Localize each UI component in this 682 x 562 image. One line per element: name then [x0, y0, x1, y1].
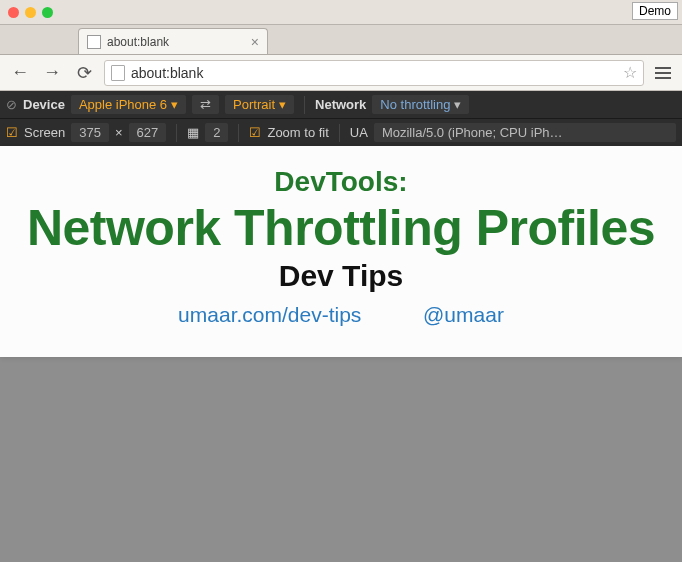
- backdrop: [0, 352, 682, 562]
- screen-height-input[interactable]: 627: [129, 123, 167, 142]
- bookmark-star-icon[interactable]: ☆: [623, 63, 637, 82]
- separator: [238, 124, 239, 142]
- separator: [176, 124, 177, 142]
- overlay-link-site[interactable]: umaar.com/dev-tips: [178, 303, 361, 326]
- zoom-checkbox[interactable]: ☑: [249, 125, 261, 140]
- dpr-input[interactable]: 2: [205, 123, 228, 142]
- page-icon: [111, 65, 125, 81]
- orientation-value: Portrait: [233, 97, 275, 112]
- device-label: Device: [23, 97, 65, 112]
- overlay-links: umaar.com/dev-tips @umaar: [10, 303, 672, 327]
- overlay-link-twitter[interactable]: @umaar: [423, 303, 504, 326]
- demo-badge: Demo: [632, 2, 678, 20]
- chevron-down-icon: ▾: [454, 97, 461, 112]
- minimize-window-button[interactable]: [25, 7, 36, 18]
- hamburger-menu-icon[interactable]: [652, 62, 674, 84]
- swap-dimensions-button[interactable]: ⇄: [192, 95, 219, 114]
- network-throttling-selector[interactable]: No throttling ▾: [372, 95, 469, 114]
- window-titlebar: Demo: [0, 0, 682, 25]
- tab-title: about:blank: [107, 35, 169, 49]
- window-controls: [8, 7, 53, 18]
- reload-button[interactable]: ⟳: [72, 61, 96, 85]
- overlay-title: Network Throttling Profiles: [10, 202, 672, 255]
- separator: [304, 96, 305, 114]
- separator: [339, 124, 340, 142]
- back-button[interactable]: ←: [8, 61, 32, 85]
- devtools-device-row: ⊘ Device Apple iPhone 6 ▾ ⇄ Portrait ▾ N…: [0, 91, 682, 119]
- network-value: No throttling: [380, 97, 450, 112]
- devtools-screen-row: ☑ Screen 375 × 627 ▦ 2 ☑ Zoom to fit UA …: [0, 119, 682, 147]
- close-window-button[interactable]: [8, 7, 19, 18]
- address-bar[interactable]: about:blank ☆: [104, 60, 644, 86]
- zoom-window-button[interactable]: [42, 7, 53, 18]
- dimension-x: ×: [115, 125, 123, 140]
- zoom-label: Zoom to fit: [267, 125, 328, 140]
- device-value: Apple iPhone 6: [79, 97, 167, 112]
- ua-input[interactable]: Mozilla/5.0 (iPhone; CPU iPh…: [374, 123, 676, 142]
- tab-close-icon[interactable]: ×: [251, 34, 259, 50]
- orientation-selector[interactable]: Portrait ▾: [225, 95, 294, 114]
- device-selector[interactable]: Apple iPhone 6 ▾: [71, 95, 186, 114]
- screen-label: Screen: [24, 125, 65, 140]
- tab-strip: about:blank ×: [0, 25, 682, 55]
- forward-button[interactable]: →: [40, 61, 64, 85]
- overlay-pretitle: DevTools:: [10, 166, 672, 198]
- title-card-overlay: DevTools: Network Throttling Profiles De…: [0, 146, 682, 357]
- navigation-bar: ← → ⟳ about:blank ☆: [0, 55, 682, 91]
- url-text: about:blank: [131, 65, 203, 81]
- favicon-icon: [87, 35, 101, 49]
- chevron-down-icon: ▾: [279, 97, 286, 112]
- block-icon[interactable]: ⊘: [6, 97, 17, 112]
- overlay-subtitle: Dev Tips: [10, 259, 672, 293]
- browser-tab[interactable]: about:blank ×: [78, 28, 268, 54]
- chevron-down-icon: ▾: [171, 97, 178, 112]
- screen-width-input[interactable]: 375: [71, 123, 109, 142]
- network-label: Network: [315, 97, 366, 112]
- dpr-icon: ▦: [187, 125, 199, 140]
- screen-checkbox[interactable]: ☑: [6, 125, 18, 140]
- ua-label: UA: [350, 125, 368, 140]
